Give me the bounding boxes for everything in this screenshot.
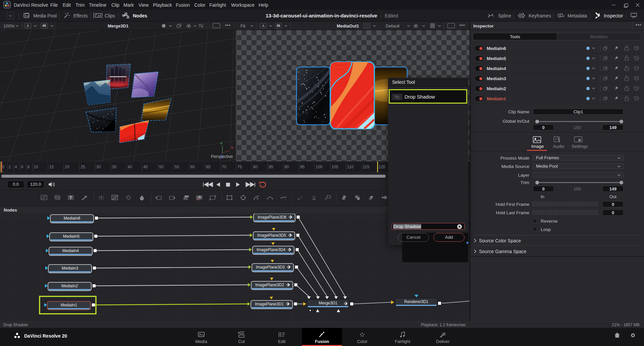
svg-text:ImagePlane3D4: ImagePlane3D4	[257, 247, 285, 252]
svg-text:Merge3D1: Merge3D1	[319, 301, 337, 305]
svg-text:65: 65	[206, 165, 211, 169]
svg-text:4: 4	[15, 165, 17, 169]
svg-text:20: 20	[65, 165, 70, 169]
svg-text:ImagePlane3D2: ImagePlane3D2	[255, 283, 284, 287]
svg-text:Renderer3D1: Renderer3D1	[404, 299, 428, 304]
svg-text:110: 110	[347, 165, 354, 169]
svg-text:85: 85	[269, 165, 273, 169]
svg-text:120: 120	[379, 165, 385, 169]
svg-text:T: T	[69, 195, 72, 200]
svg-text:6: 6	[21, 165, 23, 169]
svg-text:MediaIn3: MediaIn3	[62, 266, 78, 271]
svg-text:ImagePlane3D5: ImagePlane3D5	[257, 233, 286, 238]
svg-text:115: 115	[363, 165, 369, 169]
svg-text:15: 15	[49, 165, 54, 169]
svg-text:2: 2	[8, 165, 11, 169]
svg-text:8: 8	[27, 165, 30, 169]
svg-text:X: X	[231, 146, 233, 150]
svg-text:105: 105	[331, 165, 338, 169]
svg-text:25: 25	[80, 165, 85, 169]
svg-text:ImagePlane3D6: ImagePlane3D6	[258, 215, 286, 220]
svg-text:10: 10	[34, 165, 38, 169]
svg-text:MediaIn4: MediaIn4	[62, 248, 79, 253]
svg-text:90: 90	[284, 165, 289, 169]
svg-text:MediaIn6: MediaIn6	[64, 216, 80, 221]
svg-text:ImagePlane3D3: ImagePlane3D3	[256, 265, 285, 270]
svg-text:Y: Y	[220, 141, 223, 146]
svg-text:ImagePlane3D1: ImagePlane3D1	[255, 302, 284, 306]
svg-text:50: 50	[159, 165, 164, 169]
svg-text:45: 45	[143, 165, 148, 169]
svg-text:T: T	[371, 195, 373, 199]
svg-text:Perspective: Perspective	[211, 154, 233, 159]
svg-text:MediaIn1: MediaIn1	[61, 303, 77, 307]
svg-text:70: 70	[222, 165, 226, 169]
svg-text:0: 0	[2, 165, 5, 169]
svg-text:60: 60	[191, 165, 195, 169]
svg-text:30: 30	[96, 165, 101, 169]
svg-text:MediaIn5: MediaIn5	[63, 234, 80, 239]
svg-text:55: 55	[175, 165, 179, 169]
svg-text:MediaIn2: MediaIn2	[61, 284, 78, 288]
svg-text:95: 95	[300, 165, 305, 169]
svg-text:80: 80	[253, 165, 258, 169]
svg-text:35: 35	[112, 165, 117, 169]
svg-text:75: 75	[237, 165, 242, 169]
svg-text:100: 100	[316, 165, 323, 169]
svg-text:40: 40	[128, 165, 132, 169]
